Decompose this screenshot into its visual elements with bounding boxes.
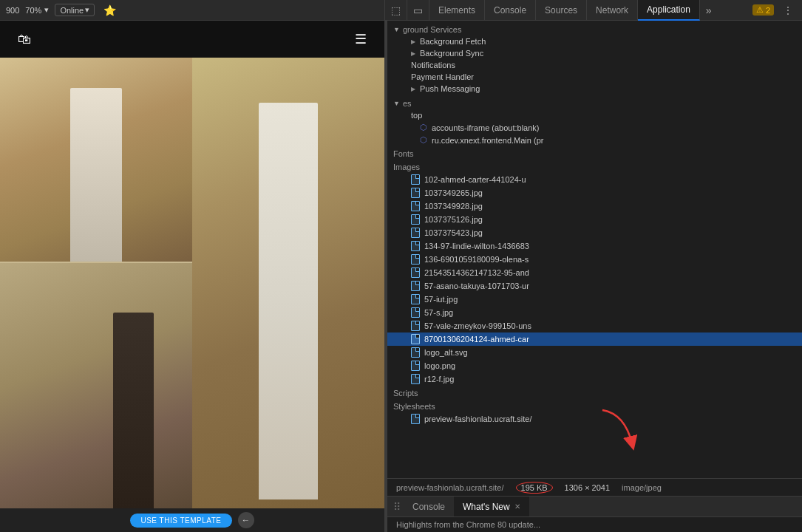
online-button[interactable]: Online ▾ (55, 4, 95, 16)
img11-label: 57-s.jpg (424, 308, 453, 317)
tree-item-img7[interactable]: 136-6901059180099-olena-s (387, 253, 802, 266)
console-tab-label: Console (412, 502, 445, 512)
preview-left-col (0, 58, 192, 508)
file-icon (411, 228, 420, 238)
tree-item-bg-sync[interactable]: ▶ Background Sync (387, 47, 802, 59)
chrome-update-text: Highlights from the Chrome 80 update... (396, 520, 540, 529)
tree-item-top[interactable]: top (387, 109, 802, 121)
use-template-label: USE THIS TEMPLATE (140, 516, 221, 525)
zoom-control[interactable]: 70% ▾ (25, 5, 49, 15)
tree-item-img9[interactable]: 57-asano-takuya-1071703-ur (387, 279, 802, 293)
images-label: Images (393, 163, 420, 171)
img2-label: 1037349265.jpg (424, 188, 483, 197)
img9-label: 57-asano-takuya-1071703-ur (424, 282, 529, 290)
menu-icon: ☰ (355, 31, 367, 47)
file-icon (411, 414, 420, 424)
more-tabs-button[interactable]: » (700, 0, 718, 21)
devtools-right-icons: ⚠ 2 ⋮ (747, 0, 802, 21)
device-icon: ▭ (413, 4, 423, 16)
tab-network[interactable]: Network (587, 0, 638, 21)
fonts-label: Fonts (393, 149, 414, 158)
img5-label: 1037375423.jpg (424, 228, 483, 237)
bookmark-button[interactable]: ⭐ (101, 3, 119, 18)
tree-item-img11[interactable]: 57-s.jpg (387, 306, 802, 319)
tab-application[interactable]: Application (638, 0, 700, 21)
scripts-label: Scripts (393, 389, 418, 398)
more-options-button[interactable]: ⋮ (780, 3, 796, 18)
back-icon: ← (242, 515, 251, 525)
status-mime: image/jpeg (622, 483, 662, 492)
tree-item-img14[interactable]: logo_alt.svg (387, 346, 802, 359)
tree-item-img10[interactable]: 57-iut.jpg (387, 293, 802, 306)
preview-frame: 🛍 ☰ (0, 21, 384, 532)
preview-bottom-bar: USE THIS TEMPLATE ← (0, 508, 384, 532)
tree-item-img5[interactable]: 1037375423.jpg (387, 226, 802, 239)
img12-label: 57-vale-zmeykov-999150-uns (424, 321, 531, 330)
tree-item-accounts-iframe[interactable]: ⬡ accounts-iframe (about:blank) (387, 121, 802, 134)
tab-elements[interactable]: Elements (429, 0, 485, 21)
tree-item-img4[interactable]: 1037375126.jpg (387, 213, 802, 226)
file-icon (411, 188, 420, 198)
bg-fetch-arrow: ▶ (411, 38, 415, 45)
close-whats-new[interactable]: ✕ (514, 502, 520, 511)
tree-item-img6[interactable]: 134-97-lindie-wilton-1436683 (387, 239, 802, 253)
bg-services-arrow: ▼ (393, 26, 400, 33)
status-info: preview-fashionlab.ucraft.site/ 195 KB 1… (387, 482, 670, 494)
tree-item-img12[interactable]: 57-vale-zmeykov-999150-uns (387, 319, 802, 332)
file-icon (411, 281, 420, 291)
tree-item-img1[interactable]: 102-ahmed-carter-441024-u (387, 173, 802, 186)
file-icon (411, 201, 420, 211)
whats-new-label: What's New (463, 502, 510, 512)
tree-item-push-messaging[interactable]: ▶ Push Messaging (387, 83, 802, 95)
console-bottom-text: Highlights from the Chrome 80 update... (387, 516, 802, 532)
file-icon (411, 294, 420, 304)
img15-label: logo.png (424, 361, 455, 370)
tree-item-img16[interactable]: r12-f.jpg (387, 372, 802, 386)
bg-sync-arrow: ▶ (411, 50, 415, 57)
file-icon (411, 374, 420, 384)
tree-item-payment-handler[interactable]: Payment Handler (387, 71, 802, 83)
tree-item-bg-fetch[interactable]: ▶ Background Fetch (387, 35, 802, 47)
file-icon (411, 267, 420, 278)
status-dimensions: 1306 × 2041 (565, 483, 610, 492)
tree-item-img3[interactable]: 1037349928.jpg (387, 200, 802, 213)
tab-console[interactable]: Console (485, 0, 536, 21)
tree-item-preview-fashion[interactable]: preview-fashionlab.ucraft.site/ (387, 412, 802, 426)
back-button[interactable]: ← (238, 512, 254, 528)
screen-size: 900 (6, 6, 19, 15)
warning-badge[interactable]: ⚠ 2 (752, 4, 774, 16)
file-icon (411, 174, 420, 185)
frame-icon-2: ⬡ (420, 135, 427, 145)
img3-label: 1037349928.jpg (424, 202, 483, 211)
img6-label: 134-97-lindie-wilton-1436683 (424, 242, 529, 250)
tab-console-bottom[interactable]: Console (404, 497, 454, 516)
online-arrow: ▾ (85, 5, 89, 15)
top-toolbar: 900 70% ▾ Online ▾ ⭐ ⬚ ▭ Elements Consol… (0, 0, 802, 21)
use-template-button[interactable]: USE THIS TEMPLATE (130, 514, 231, 528)
console-tab-bar: ⠿ Console What's New ✕ (387, 496, 802, 516)
frames-section-header: ▼ es (387, 98, 802, 109)
devtools-tab-bar: ⬚ ▭ Elements Console Sources Network App… (384, 0, 802, 21)
file-icon (411, 347, 420, 358)
tree-item-notifications[interactable]: Notifications (387, 59, 802, 71)
img1-label: 102-ahmed-carter-441024-u (424, 175, 526, 184)
push-messaging-arrow: ▶ (411, 86, 415, 92)
tab-sources[interactable]: Sources (536, 0, 587, 21)
tree-item-img8[interactable]: 21543514362147132-95-and (387, 266, 802, 279)
device-toggle-button[interactable]: ▭ (407, 0, 429, 21)
preview-img-bottom (0, 263, 192, 508)
status-size-badge: 195 KB (516, 482, 553, 494)
tab-whats-new[interactable]: What's New ✕ (454, 497, 529, 516)
cursor-icon: ⬚ (391, 4, 401, 16)
drag-handle[interactable]: ⠿ (390, 501, 404, 513)
tree-item-img2[interactable]: 1037349265.jpg (387, 186, 802, 200)
tree-item-ru-cdev[interactable]: ⬡ ru.cdev.xnext.frontend.Main (pr (387, 134, 802, 146)
tree-item-img15[interactable]: logo.png (387, 359, 802, 372)
tree-item-img13[interactable]: 87001306204124-ahmed-car (387, 332, 802, 346)
toolbar-left: 900 70% ▾ Online ▾ ⭐ (0, 3, 384, 18)
inspect-cursor-button[interactable]: ⬚ (385, 0, 407, 21)
top-label: top (411, 111, 422, 120)
zoom-arrow: ▾ (44, 5, 49, 15)
tab-sources-label: Sources (545, 5, 577, 16)
figure-silhouette-3 (259, 103, 318, 499)
